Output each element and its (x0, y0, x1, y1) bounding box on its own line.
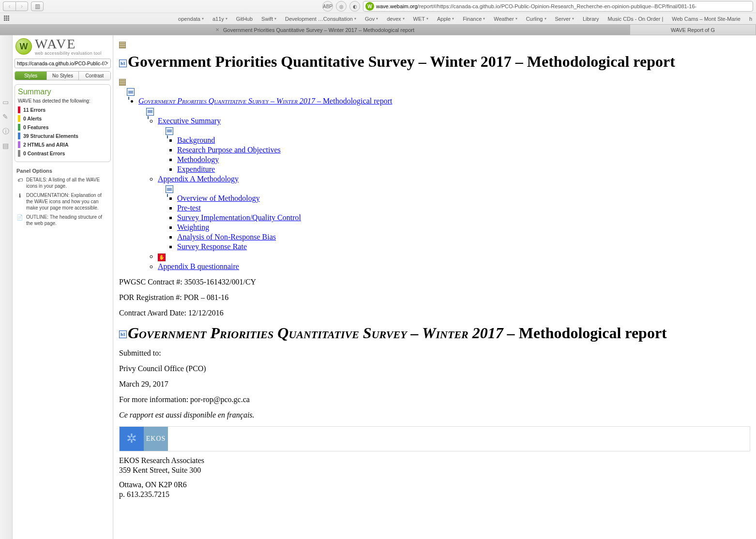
summary-row[interactable]: 39 Structural Elements (18, 133, 107, 139)
bookmark-item[interactable]: GitHub (236, 16, 253, 22)
toc-appendix-a[interactable]: Appendix A Methodology (158, 175, 239, 183)
info-icon[interactable]: ⓘ (2, 127, 10, 135)
toc-link[interactable]: Methodology (177, 155, 219, 164)
close-icon[interactable]: ✕ (215, 27, 219, 32)
bookmark-item[interactable]: h (749, 16, 752, 22)
doc-icon[interactable]: ▭ (2, 98, 10, 106)
wave-favicon: W (365, 2, 374, 11)
toc-link[interactable]: Weighting (177, 223, 209, 231)
back-button[interactable]: ‹ (3, 1, 15, 11)
more-info: For more information: por-rop@pco.gc.ca (119, 395, 750, 404)
outline-icon[interactable]: ▤ (2, 142, 10, 150)
forward-button[interactable]: › (15, 1, 28, 11)
wave-region-icon (119, 42, 126, 48)
summary-panel: Summary WAVE has detected the following:… (15, 84, 111, 162)
wave-sidebar: W WAVE web accessibility evaluation tool… (13, 35, 113, 539)
tag-icon[interactable]: ✎ (2, 113, 10, 120)
company-phone: p. 613.235.7215 (119, 490, 750, 499)
bookmark-item[interactable]: Gov ▾ (365, 16, 378, 22)
pco-line: Privy Council Office (PCO) (119, 364, 750, 373)
panel-option[interactable]: 📄OUTLINE: The heading structure of the w… (16, 214, 109, 226)
bookmark-item[interactable]: opendata ▾ (178, 16, 204, 22)
bookmark-item[interactable]: devex ▾ (387, 16, 404, 22)
bookmark-item[interactable]: a11y ▾ (212, 16, 227, 22)
bookmark-item[interactable]: Music CDs - On Order | (608, 16, 664, 22)
company-city: Ottawa, ON K2P 0R6 (119, 480, 750, 489)
summary-row[interactable]: 11 Errors (18, 106, 107, 113)
ekos-name: EKOS (144, 427, 168, 451)
summary-row[interactable]: 2 HTML5 and ARIA (18, 141, 107, 148)
company-name: EKOS Research Associates (119, 456, 750, 465)
toc-link[interactable]: Survey Implementation/Quality Control (177, 213, 301, 222)
toolbar: ‹ › ▥ ABP ◎ ◐ W wave.webaim.org/report#/… (0, 0, 756, 13)
award-date: Contract Award Date: 12/12/2016 (119, 309, 750, 317)
toc-exec-summary[interactable]: Executive Summary (158, 117, 221, 125)
bookmark-item[interactable]: WET ▾ (413, 16, 428, 22)
bookmark-item[interactable]: Server ▾ (555, 16, 574, 22)
sidebar-toggle-button[interactable]: ▥ (31, 1, 44, 11)
bookmark-item[interactable]: Swift ▾ (261, 16, 276, 22)
bookmark-item[interactable]: Apple ▾ (437, 16, 454, 22)
por-registration: POR Registration #: POR – 081-16 (119, 293, 750, 302)
bookmark-item[interactable]: Finance ▾ (463, 16, 485, 22)
browser-chrome: ‹ › ▥ ABP ◎ ◐ W wave.webaim.org/report#/… (0, 0, 756, 35)
tab-active[interactable]: ✕ Government Priorities Quantitative Sur… (0, 25, 630, 35)
ekos-swirl-icon: ✲ (120, 427, 144, 451)
abp-icon[interactable]: ABP (322, 1, 333, 12)
url-path: /report#/https://canada-ca.github.io/PCO… (418, 3, 697, 9)
page-title: h1Government Priorities Quantitative Sur… (119, 53, 750, 71)
report-content: h1Government Priorities Quantitative Sur… (113, 35, 756, 539)
bookmarks-bar: opendata ▾a11y ▾GitHubSwift ▾Development… (0, 13, 756, 24)
french-note: Ce rapport est aussi disponible en franç… (119, 411, 750, 419)
sidebar-url-input[interactable] (17, 61, 104, 66)
list-icon (127, 88, 135, 96)
bookmark-item[interactable]: Curling ▾ (526, 16, 546, 22)
bookmark-item[interactable]: Web Cams – Mont Ste-Marie (672, 16, 741, 22)
tab-inactive[interactable]: WAVE Report of G (630, 25, 756, 35)
toc-link[interactable]: Analysis of Non-Response Bias (177, 233, 276, 241)
url-host: wave.webaim.org (376, 3, 418, 9)
toc-link[interactable]: Expenditure (177, 165, 215, 173)
h1-icon: h1 (119, 330, 127, 338)
panel-option[interactable]: ℹDOCUMENTATION: Explanation of the WAVE … (16, 192, 109, 211)
bookmark-item[interactable]: Development …Consultation ▾ (285, 16, 356, 22)
panel-option[interactable]: 🏷DETAILS: A listing of all the WAVE icon… (16, 177, 109, 189)
bookmark-item[interactable]: Library (583, 16, 599, 22)
toc-root-link[interactable]: Government Priorities Quantitative Surve… (138, 97, 392, 105)
page-title-2: h1Government Priorities Quantitative Sur… (119, 324, 750, 342)
toc-link[interactable]: Survey Response Rate (177, 242, 247, 251)
toc-link[interactable]: Background (177, 136, 215, 144)
tab-no-styles[interactable]: No Styles (47, 72, 79, 80)
error-icon: ✋ (158, 254, 166, 261)
summary-row[interactable]: 0 Contrast Errors (18, 150, 107, 157)
list-icon (146, 108, 154, 116)
summary-row[interactable]: 0 Features (18, 124, 107, 131)
toc-link[interactable]: Pre-test (177, 204, 201, 212)
apps-icon[interactable] (4, 15, 11, 22)
summary-subtitle: WAVE has detected the following: (18, 98, 107, 104)
extension-icon-2[interactable]: ◐ (349, 1, 360, 12)
tab-styles[interactable]: Styles (15, 72, 47, 80)
extension-icon[interactable]: ◎ (336, 1, 347, 12)
toc-appendix-b[interactable]: Appendix B questionnaire (158, 262, 239, 270)
url-bar[interactable]: W wave.webaim.org/report#/https://canada… (363, 1, 753, 12)
summary-title: Summary (18, 88, 107, 96)
toc-link[interactable]: Research Purpose and Objectives (177, 146, 281, 154)
left-rail: ▭ ✎ ⓘ ▤ (0, 35, 13, 539)
toc-link[interactable]: Overview of Methodology (177, 194, 260, 202)
ekos-logo: ✲ EKOS (119, 426, 750, 451)
h1-icon: h1 (119, 60, 127, 67)
sidebar-url-field[interactable]: ⟳ (15, 59, 111, 68)
report-date: March 29, 2017 (119, 380, 750, 389)
summary-row[interactable]: 0 Alerts (18, 115, 107, 122)
wave-region-icon (119, 79, 126, 86)
company-address: 359 Kent Street, Suite 300 (119, 466, 750, 475)
contract-number: PWGSC Contract #: 35035-161432/001/CY (119, 278, 750, 286)
wave-tagline: web accessibility evaluation tool (35, 51, 101, 56)
tab-contrast[interactable]: Contrast (79, 72, 110, 80)
sidebar-tabs: Styles No Styles Contrast (15, 71, 111, 80)
bookmark-item[interactable]: Weather ▾ (494, 16, 517, 22)
list-icon (166, 185, 173, 193)
tab-title: WAVE Report of G (671, 27, 715, 33)
refresh-icon[interactable]: ⟳ (104, 60, 108, 67)
